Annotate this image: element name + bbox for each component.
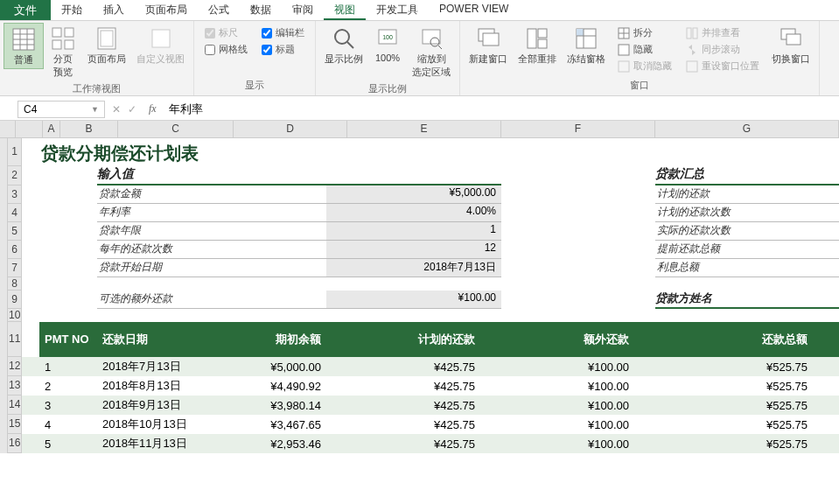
tab-insert[interactable]: 插入 [93, 0, 135, 20]
freeze-panes-label: 冻结窗格 [567, 52, 605, 66]
sync-scroll-button: 同步滚动 [682, 41, 763, 58]
table-row[interactable]: 42018年10月13日¥3,467.65¥425.75¥100.00¥525.… [22, 415, 839, 434]
zoom-label: 显示比例 [325, 52, 363, 66]
column-header-G[interactable]: G [655, 121, 839, 137]
input-label: 年利率 [97, 204, 326, 222]
summary-label: 计划的还款次数 [655, 204, 839, 222]
cells-area[interactable]: 贷款分期偿还计划表 输入值 贷款汇总 贷款金额¥5,000.00计划的还款年利率… [22, 138, 839, 453]
optional-extra-value[interactable]: ¥100.00 [326, 290, 501, 309]
column-header-E[interactable]: E [347, 121, 501, 137]
column-header-B[interactable]: B [60, 121, 118, 137]
freeze-panes-icon [572, 24, 600, 52]
row-header-15[interactable]: 15 [8, 415, 21, 434]
arrange-all-button[interactable]: 全部重排 [513, 23, 562, 67]
zoom-selection-button[interactable]: 缩放到 选定区域 [407, 23, 456, 80]
column-header-F[interactable]: F [501, 121, 655, 137]
table-row[interactable]: 52018年11月13日¥2,953.46¥425.75¥100.00¥525.… [22, 434, 839, 453]
hide-button[interactable]: 隐藏 [614, 41, 675, 58]
cell-total: ¥525.75 [634, 379, 818, 394]
column-header-C[interactable]: C [118, 121, 234, 137]
tab-data[interactable]: 数据 [240, 0, 282, 20]
gridlines-checkbox[interactable]: 网格线 [205, 43, 248, 56]
row-header-11[interactable]: 11 [8, 322, 21, 357]
split-button[interactable]: 拆分 [614, 24, 675, 41]
formula-bar-checkbox[interactable]: 编辑栏 [262, 26, 304, 39]
input-label: 贷款年限 [97, 222, 326, 241]
input-value[interactable]: 4.00% [326, 204, 501, 222]
headings-checkbox[interactable]: 标题 [262, 43, 304, 56]
row-header-12[interactable]: 12 [8, 357, 21, 376]
switch-window-button[interactable]: 切换窗口 [766, 23, 815, 67]
column-header-A[interactable]: A [43, 121, 60, 137]
row-header-9[interactable]: 9 [8, 290, 21, 309]
th-date: 还款日期 [97, 322, 213, 357]
tab-page-layout[interactable]: 页面布局 [135, 0, 198, 20]
row-header-14[interactable]: 14 [8, 396, 21, 415]
row-header-1[interactable]: 1 [8, 138, 21, 166]
new-window-button[interactable]: 新建窗口 [464, 23, 513, 67]
select-all-corner[interactable] [16, 121, 43, 138]
row-header-13[interactable]: 13 [8, 376, 21, 396]
cell-extra: ¥100.00 [480, 417, 634, 432]
row-header-8[interactable]: 8 [8, 277, 21, 290]
row-header-3[interactable]: 3 [8, 186, 21, 204]
page-layout-button[interactable]: 页面布局 [82, 23, 131, 67]
svg-rect-17 [423, 30, 440, 44]
th-balance: 期初余额 [213, 322, 326, 357]
row-header-2[interactable]: 2 [8, 166, 21, 186]
ruler-checkbox: 标尺 [205, 26, 248, 39]
row-header-6[interactable]: 6 [8, 241, 21, 259]
row-header-4[interactable]: 4 [8, 204, 21, 222]
freeze-panes-button[interactable]: 冻结窗格 [562, 23, 611, 67]
tab-developer[interactable]: 开发工具 [366, 0, 429, 20]
column-header-D[interactable]: D [234, 121, 347, 137]
summary-label: 计划的还款 [655, 186, 839, 204]
cell-planned: ¥425.75 [326, 398, 480, 413]
ribbon-group-zoom: 显示比例 100 100% 缩放到 选定区域 显示比例 [316, 21, 460, 95]
row-header-7[interactable]: 7 [8, 259, 21, 277]
input-value[interactable]: 1 [326, 222, 501, 241]
tab-file[interactable]: 文件 [0, 0, 51, 20]
fx-icon[interactable]: fx [143, 102, 162, 116]
table-row[interactable]: 22018年8月13日¥4,490.92¥425.75¥100.00¥525.7… [22, 376, 839, 396]
name-box[interactable]: C4 ▼ [17, 101, 105, 118]
custom-view-button[interactable]: 自定义视图 [131, 23, 190, 67]
table-row[interactable]: 32018年9月13日¥3,980.14¥425.75¥100.00¥525.7… [22, 396, 839, 415]
input-value[interactable]: ¥5,000.00 [326, 186, 501, 204]
normal-view-icon [10, 25, 38, 53]
sheet-title: 贷款分期偿还计划表 [39, 138, 839, 167]
ribbon-group-window: 新建窗口 全部重排 冻结窗格 拆分 隐藏 取消隐藏 并排查看 同步滚动 重设窗口… [460, 21, 820, 95]
group-label-show: 显示 [245, 77, 264, 94]
custom-view-icon [147, 24, 175, 52]
tab-view[interactable]: 视图 [324, 0, 366, 20]
left-gutter [0, 138, 8, 453]
tab-home[interactable]: 开始 [51, 0, 93, 20]
group-label-zoom: 显示比例 [368, 80, 407, 97]
tab-powerview[interactable]: POWER VIEW [429, 0, 519, 20]
page-break-icon [49, 24, 77, 52]
svg-rect-24 [538, 39, 547, 48]
formula-input[interactable]: 年利率 [162, 100, 839, 119]
svg-rect-22 [528, 29, 536, 48]
row-header-10[interactable]: 10 [8, 309, 21, 322]
cell-pmt-no: 1 [39, 360, 97, 374]
cell-balance: ¥2,953.46 [213, 437, 326, 452]
row-header-5[interactable]: 5 [8, 222, 21, 241]
table-row[interactable]: 12018年7月13日¥5,000.00¥425.75¥100.00¥525.7… [22, 357, 839, 376]
column-headers: ABCDEFG [43, 121, 839, 138]
name-box-dropdown-icon[interactable]: ▼ [91, 105, 99, 114]
cell-date: 2018年7月13日 [97, 358, 213, 375]
tab-formulas[interactable]: 公式 [198, 0, 240, 20]
zoom-button[interactable]: 显示比例 [319, 23, 368, 67]
tab-review[interactable]: 审阅 [282, 0, 324, 20]
page-break-button[interactable]: 分页 预览 [44, 23, 82, 80]
input-value[interactable]: 12 [326, 241, 501, 259]
new-window-label: 新建窗口 [469, 52, 507, 66]
row-header-16[interactable]: 16 [8, 434, 21, 453]
input-value[interactable]: 2018年7月13日 [326, 259, 501, 277]
normal-view-button[interactable]: 普通 [3, 23, 44, 69]
svg-rect-33 [619, 61, 629, 72]
cell-reference: C4 [24, 103, 37, 116]
row-headers: 12345678910111213141516 [8, 138, 22, 453]
zoom-100-button[interactable]: 100 100% [368, 23, 407, 65]
